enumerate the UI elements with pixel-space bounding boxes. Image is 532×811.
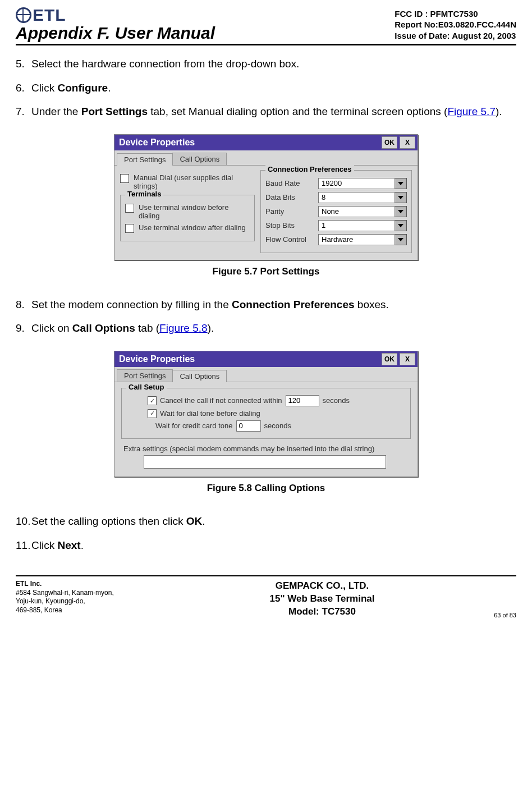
- page-header: ETL Appendix F. User Manual FCC ID : PFM…: [16, 6, 516, 45]
- footer-addr2: Yoju-kun, Kyounggi-do,: [16, 597, 85, 605]
- figure-58-link[interactable]: Figure 5.8: [159, 322, 208, 334]
- terminals-fieldset: Terminals Use terminal window before dia…: [120, 195, 255, 241]
- logo-text: ETL: [33, 6, 66, 25]
- parity-dropdown[interactable]: None: [318, 206, 407, 217]
- step-5: 5. Select the hardware connection from t…: [16, 57, 516, 72]
- figure-58-block: Device Properties OK X Port Settings Cal…: [16, 351, 516, 494]
- step-9-post: ).: [208, 322, 214, 334]
- data-bits-dropdown[interactable]: 8: [318, 192, 407, 203]
- wait-tone-label: Wait for dial tone before dialing: [160, 409, 260, 418]
- flow-control-value: Hardware: [318, 234, 395, 245]
- step-7-post: ).: [496, 106, 502, 117]
- data-bits-value: 8: [318, 192, 395, 203]
- dialog-titlebar: Device Properties OK X: [114, 135, 418, 150]
- page-footer: ETL Inc. #584 Sangwhal-ri, Kanam-myon, Y…: [16, 575, 516, 629]
- stop-bits-dropdown[interactable]: 1: [318, 220, 407, 231]
- terminal-after-checkbox[interactable]: [125, 224, 134, 233]
- flow-control-dropdown[interactable]: Hardware: [318, 234, 407, 245]
- tab-strip: Port Settings Call Options: [114, 367, 418, 382]
- dialog-title: Device Properties: [119, 354, 195, 364]
- tab-call-options[interactable]: Call Options: [172, 370, 227, 382]
- call-setup-fieldset: Call Setup Cancel the call if not connec…: [121, 388, 411, 439]
- chevron-down-icon[interactable]: [395, 178, 407, 189]
- step-11-pre: Click: [31, 539, 57, 551]
- parity-value: None: [318, 206, 395, 217]
- tab-port-settings[interactable]: Port Settings: [117, 153, 173, 166]
- step-6-post: .: [108, 82, 111, 94]
- footer-addr1: #584 Sangwhal-ri, Kanam-myon,: [16, 589, 114, 597]
- header-meta: FCC ID : PFMTC7530 Report No:E03.0820.FC…: [395, 8, 516, 43]
- manual-dial-label: Manual Dial (user supplies dial strings): [134, 173, 255, 190]
- figure-57-block: Device Properties OK X Port Settings Cal…: [16, 134, 516, 277]
- page-title: Appendix F. User Manual: [16, 24, 215, 43]
- step-6-pre: Click: [31, 82, 57, 94]
- connection-prefs-fieldset: Connection Preferences Baud Rate 19200 D…: [260, 170, 412, 253]
- cancel-call-label: Cancel the call if not connected within: [160, 396, 282, 405]
- footer-center2: 15" Web Base Terminal: [184, 593, 460, 606]
- globe-icon: [16, 7, 31, 23]
- manual-dial-row: Manual Dial (user supplies dial strings): [120, 173, 255, 190]
- manual-dial-checkbox[interactable]: [120, 174, 129, 183]
- ok-button[interactable]: OK: [382, 353, 397, 365]
- step-6: 6. Click Configure.: [16, 81, 516, 96]
- baud-rate-label: Baud Rate: [265, 179, 314, 187]
- baud-rate-dropdown[interactable]: 19200: [318, 178, 407, 189]
- parity-label: Parity: [265, 207, 314, 216]
- chevron-down-icon[interactable]: [395, 192, 407, 203]
- step-11: 11. Click Next.: [16, 538, 516, 553]
- step-10: 10. Set the calling options then click O…: [16, 514, 516, 529]
- extra-settings-label: Extra settings (special modem commands m…: [123, 445, 411, 453]
- step-8-bold: Connection Preferences: [232, 299, 355, 310]
- dialog-titlebar: Device Properties OK X: [114, 351, 418, 367]
- wait-tone-checkbox[interactable]: [148, 409, 157, 418]
- chevron-down-icon[interactable]: [395, 220, 407, 231]
- step-8: 8. Set the modem connection by filling i…: [16, 297, 516, 313]
- credit-seconds-input[interactable]: [236, 420, 261, 432]
- footer-company: ETL Inc.: [16, 580, 42, 588]
- etl-logo: ETL: [16, 6, 215, 25]
- step-7: 7. Under the Port Settings tab, set Manu…: [16, 104, 516, 120]
- credit-tone-post: seconds: [264, 421, 291, 430]
- step-11-bold: Next: [57, 539, 80, 551]
- step-10-post: .: [202, 515, 205, 527]
- terminal-before-checkbox[interactable]: [125, 204, 134, 213]
- device-properties-dialog-58: Device Properties OK X Port Settings Cal…: [114, 351, 418, 477]
- figure-58-caption: Figure 5.8 Calling Options: [16, 483, 516, 494]
- device-properties-dialog-57: Device Properties OK X Port Settings Cal…: [114, 134, 418, 260]
- stop-bits-value: 1: [318, 220, 395, 231]
- data-bits-label: Data Bits: [265, 193, 314, 201]
- tab-strip: Port Settings Call Options: [114, 150, 418, 165]
- close-button[interactable]: X: [400, 353, 415, 365]
- step-9: 9. Click on Call Options tab (Figure 5.8…: [16, 321, 516, 336]
- footer-center3: Model: TC7530: [184, 606, 460, 618]
- stop-bits-label: Stop Bits: [265, 221, 314, 230]
- chevron-down-icon[interactable]: [395, 234, 407, 245]
- step-9-mid: tab (: [135, 322, 159, 334]
- dialog-title: Device Properties: [119, 138, 195, 148]
- step-7-pre: Under the: [31, 106, 81, 117]
- issue-date: Issue of Date: August 20, 2003: [395, 30, 516, 42]
- cancel-seconds-input[interactable]: [286, 395, 319, 406]
- page-number: 63 of 83: [460, 612, 516, 618]
- connection-prefs-legend: Connection Preferences: [265, 165, 354, 173]
- step-9-bold: Call Options: [72, 322, 135, 334]
- figure-57-link[interactable]: Figure 5.7: [447, 106, 496, 117]
- close-button[interactable]: X: [400, 136, 415, 149]
- tab-call-options[interactable]: Call Options: [172, 153, 227, 165]
- step-7-bold: Port Settings: [81, 106, 148, 117]
- ok-button[interactable]: OK: [382, 136, 397, 149]
- fcc-id: FCC ID : PFMTC7530: [395, 8, 516, 20]
- chevron-down-icon[interactable]: [395, 206, 407, 217]
- extra-settings-input[interactable]: [144, 455, 386, 469]
- call-setup-legend: Call Setup: [126, 383, 167, 391]
- cancel-call-post: seconds: [323, 396, 350, 405]
- report-no: Report No:E03.0820.FCC.444N: [395, 19, 516, 30]
- terminals-legend: Terminals: [125, 190, 163, 198]
- tab-port-settings[interactable]: Port Settings: [117, 369, 173, 382]
- footer-addr3: 469-885, Korea: [16, 606, 62, 614]
- terminal-after-label: Use terminal window after dialing: [139, 223, 246, 232]
- step-8-pre: Set the modem connection by filling in t…: [31, 299, 232, 310]
- footer-center1: GEMPACK CO., LTD.: [184, 580, 460, 593]
- figure-57-caption: Figure 5.7 Port Settings: [16, 266, 516, 277]
- cancel-call-checkbox[interactable]: [148, 396, 157, 405]
